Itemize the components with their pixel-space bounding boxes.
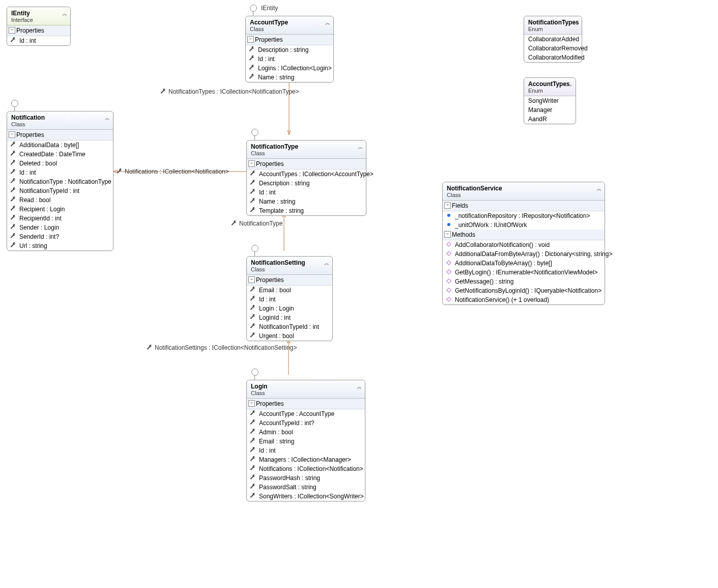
chevron-up-icon[interactable]: ︽ — [596, 185, 601, 192]
chevron-up-icon[interactable]: ︽ — [325, 19, 330, 26]
field-row[interactable]: _notificationRepository : IRepository<No… — [443, 211, 605, 220]
accounttypes-enum-box[interactable]: AccountTypes Enum ︽ SongWriter Manager A… — [524, 77, 576, 124]
property-row[interactable]: Id : int — [247, 188, 366, 197]
property-row[interactable]: LoginId : int — [247, 313, 332, 322]
collapse-icon[interactable]: − — [444, 231, 451, 238]
notificationsetting-sub: Class — [251, 266, 328, 272]
enum-value[interactable]: CollaboratorRemoved — [524, 44, 582, 53]
property-row[interactable]: Description : string — [246, 45, 333, 54]
property-row[interactable]: Sender : Login — [7, 223, 113, 232]
property-row[interactable]: Description : string — [247, 179, 366, 188]
property-row[interactable]: AccountTypes : ICollection<AccountType> — [247, 170, 366, 179]
chevron-up-icon[interactable]: ︽ — [62, 10, 67, 17]
property-row[interactable]: Template : string — [247, 206, 366, 215]
property-row[interactable]: Notifications : ICollection<Notification… — [247, 464, 365, 473]
property-row[interactable]: Id : int — [246, 54, 333, 64]
property-row[interactable]: Urgent : bool — [247, 331, 332, 341]
wrench-icon — [10, 160, 16, 166]
chevron-up-icon[interactable]: ︽ — [357, 383, 362, 390]
collapse-icon[interactable]: − — [248, 160, 255, 167]
property-row[interactable]: Url : string — [7, 241, 113, 250]
property-row[interactable]: Read : bool — [7, 195, 113, 205]
method-row[interactable]: GetNotificationsByLoginId() : IQueryable… — [443, 286, 605, 295]
method-row[interactable]: GetByLogin() : IEnumerable<NotificationV… — [443, 268, 605, 277]
property-row[interactable]: Deleted : bool — [7, 159, 113, 168]
collapse-icon[interactable]: − — [444, 202, 451, 209]
property-row[interactable]: AccountType : AccountType — [247, 409, 365, 418]
properties-section[interactable]: −Properties — [247, 275, 332, 286]
method-row[interactable]: NotificationService() (+ 1 overload) — [443, 295, 605, 304]
collapse-icon[interactable]: − — [248, 276, 255, 283]
properties-section[interactable]: −Properties — [7, 25, 70, 36]
chevron-up-icon[interactable]: ︽ — [567, 81, 572, 88]
property-row[interactable]: SongWriters : ICollection<SongWriter> — [247, 492, 365, 501]
notificationtypes-enum-header[interactable]: NotificationTypes Enum ︽ — [524, 16, 582, 35]
collapse-icon[interactable]: − — [9, 27, 15, 34]
properties-section[interactable]: −Properties — [247, 159, 366, 170]
accounttypes-enum-title: AccountTypes — [528, 80, 571, 88]
property-row[interactable]: AdditionalData : byte[] — [7, 141, 113, 150]
property-row[interactable]: Name : string — [246, 73, 333, 82]
chevron-up-icon[interactable]: ︽ — [105, 115, 110, 122]
method-row[interactable]: AddCollaboratorNotification() : void — [443, 240, 605, 249]
notificationsetting-header[interactable]: NotificationSetting Class ︽ — [247, 257, 332, 275]
properties-section[interactable]: −Properties — [7, 130, 113, 141]
property-row[interactable]: Id : int — [7, 36, 70, 45]
property-row[interactable]: Login : Login — [247, 304, 332, 313]
property-row[interactable]: Id : int — [247, 295, 332, 304]
notificationtypes-enum-box[interactable]: NotificationTypes Enum ︽ CollaboratorAdd… — [524, 16, 582, 63]
property-row[interactable]: Logins : ICollection<Login> — [246, 64, 333, 73]
properties-section[interactable]: −Properties — [246, 35, 333, 45]
property-row[interactable]: Id : int — [247, 446, 365, 455]
property-row[interactable]: NotificationTypeId : int — [7, 186, 113, 195]
enum-value[interactable]: CollaboratorAdded — [524, 35, 582, 44]
method-row[interactable]: GetMessage() : string — [443, 277, 605, 286]
assoc-label-notificationtypes: NotificationTypes : ICollection<Notifica… — [160, 88, 299, 95]
notificationservice-box[interactable]: NotificationService Class ︽ −Fields _not… — [442, 182, 605, 305]
ientity-header[interactable]: IEntity Interface ︽ — [7, 7, 70, 25]
notification-box[interactable]: Notification Class ︽ −Properties Additio… — [7, 111, 113, 251]
property-row[interactable]: RecipientId : int — [7, 214, 113, 223]
collapse-icon[interactable]: − — [247, 36, 254, 43]
enum-value[interactable]: SongWriter — [524, 96, 576, 105]
property-row[interactable]: Managers : ICollection<Manager> — [247, 455, 365, 464]
property-row[interactable]: Admin : bool — [247, 428, 365, 437]
notificationsetting-box[interactable]: NotificationSetting Class ︽ −Properties … — [246, 256, 333, 341]
enum-value[interactable]: AandR — [524, 115, 576, 124]
chevron-up-icon[interactable]: ︽ — [324, 260, 329, 267]
ientity-box[interactable]: IEntity Interface ︽ −Properties Id : int — [7, 7, 71, 46]
collapse-icon[interactable]: − — [9, 131, 15, 138]
method-row[interactable]: AdditionalDataFromByteArray() : Dictiona… — [443, 249, 605, 259]
method-row[interactable]: AdditionalDataToByteArray() : byte[] — [443, 259, 605, 268]
properties-section[interactable]: −Properties — [247, 399, 365, 409]
chevron-up-icon[interactable]: ︽ — [573, 19, 579, 26]
property-row[interactable]: Id : int — [7, 168, 113, 177]
accounttype-header[interactable]: AccountType Class ︽ — [246, 16, 333, 35]
notificationtype-box[interactable]: NotificationType Class ︽ −Properties Acc… — [246, 140, 366, 216]
property-row[interactable]: Name : string — [247, 197, 366, 206]
accounttypes-enum-header[interactable]: AccountTypes Enum ︽ — [524, 78, 576, 96]
field-row[interactable]: _unitOfWork : IUnitOfWork — [443, 220, 605, 230]
login-header[interactable]: Login Class ︽ — [247, 380, 365, 399]
notificationtype-header[interactable]: NotificationType Class ︽ — [247, 141, 366, 159]
chevron-up-icon[interactable]: ︽ — [358, 144, 363, 151]
notificationservice-header[interactable]: NotificationService Class ︽ — [443, 182, 605, 201]
login-box[interactable]: Login Class ︽ −Properties AccountType : … — [246, 380, 365, 501]
property-row[interactable]: NotificationTypeId : int — [247, 322, 332, 331]
property-row[interactable]: Recipient : Login — [7, 205, 113, 214]
enum-value[interactable]: Manager — [524, 105, 576, 115]
accounttype-box[interactable]: AccountType Class ︽ −Properties Descript… — [245, 16, 334, 82]
methods-section[interactable]: −Methods — [443, 230, 605, 240]
property-row[interactable]: PasswordHash : string — [247, 473, 365, 483]
property-row[interactable]: NotificationType : NotificationType — [7, 177, 113, 186]
property-row[interactable]: CreatedDate : DateTime — [7, 150, 113, 159]
property-row[interactable]: Email : bool — [247, 286, 332, 295]
collapse-icon[interactable]: − — [248, 400, 255, 407]
enum-value[interactable]: CollaboratorModified — [524, 53, 582, 62]
property-row[interactable]: AccountTypeId : int? — [247, 418, 365, 428]
property-row[interactable]: PasswordSalt : string — [247, 483, 365, 492]
fields-section[interactable]: −Fields — [443, 201, 605, 211]
notification-header[interactable]: Notification Class ︽ — [7, 111, 113, 130]
property-row[interactable]: SenderId : int? — [7, 232, 113, 241]
property-row[interactable]: Email : string — [247, 437, 365, 446]
